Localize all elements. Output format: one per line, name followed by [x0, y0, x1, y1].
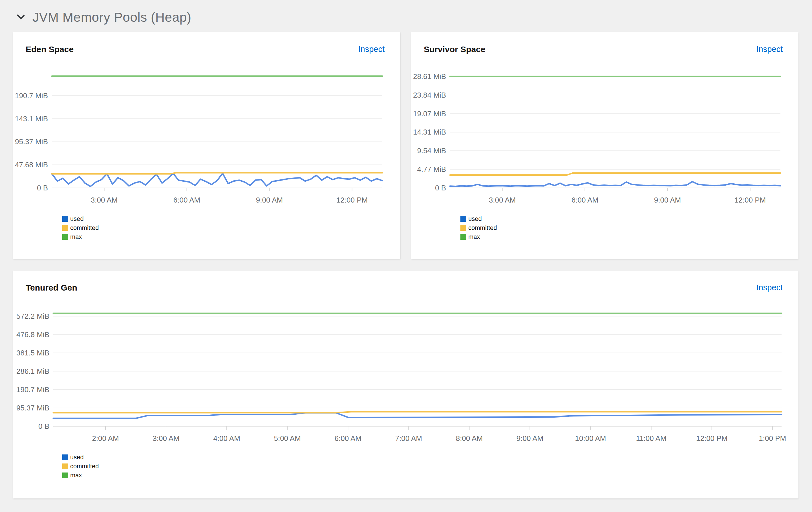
legend-item-used: used — [460, 215, 783, 223]
svg-text:0 B: 0 B — [38, 422, 49, 430]
committed-swatch-icon — [460, 225, 466, 231]
chart-legend: used committed max — [62, 215, 384, 241]
svg-text:9:00 AM: 9:00 AM — [256, 196, 283, 204]
svg-text:10:00 AM: 10:00 AM — [575, 434, 606, 443]
panel-header: Survivor Space Inspect — [424, 45, 783, 56]
legend-item-committed: committed — [460, 223, 783, 232]
chart-legend: used committed max — [62, 453, 783, 480]
svg-text:28.61 MiB: 28.61 MiB — [413, 72, 446, 81]
svg-text:6:00 AM: 6:00 AM — [335, 434, 361, 443]
max-swatch-icon — [62, 473, 68, 478]
panels-row-bottom: Tenured Gen Inspect 0 B95.37 MiB190.7 Mi… — [13, 271, 799, 499]
max-swatch-icon — [62, 234, 68, 240]
legend-label: max — [468, 233, 480, 240]
svg-text:4.77 MiB: 4.77 MiB — [417, 165, 446, 173]
tenured-gen-panel: Tenured Gen Inspect 0 B95.37 MiB190.7 Mi… — [13, 271, 799, 499]
panels-row-top: Eden Space Inspect 0 B47.68 MiB95.37 MiB… — [13, 32, 799, 259]
svg-text:3:00 AM: 3:00 AM — [91, 196, 118, 204]
legend-item-max: max — [62, 232, 384, 241]
legend-item-committed: committed — [62, 223, 384, 232]
svg-text:23.84 MiB: 23.84 MiB — [413, 91, 446, 99]
svg-text:5:00 AM: 5:00 AM — [274, 434, 300, 443]
legend-label: committed — [70, 463, 99, 470]
svg-text:0 B: 0 B — [37, 183, 48, 192]
svg-text:95.37 MiB: 95.37 MiB — [16, 404, 49, 412]
svg-text:476.8 MiB: 476.8 MiB — [16, 330, 49, 339]
inspect-link[interactable]: Inspect — [756, 283, 783, 292]
eden-chart: 0 B47.68 MiB95.37 MiB143.1 MiB190.7 MiB3… — [26, 72, 384, 213]
svg-text:2:00 AM: 2:00 AM — [92, 434, 119, 443]
used-swatch-icon — [62, 216, 68, 222]
svg-text:47.68 MiB: 47.68 MiB — [15, 161, 48, 169]
svg-text:3:00 AM: 3:00 AM — [152, 434, 179, 443]
panel-title: Survivor Space — [424, 45, 485, 54]
eden-space-panel: Eden Space Inspect 0 B47.68 MiB95.37 MiB… — [13, 32, 400, 259]
legend-label: used — [70, 454, 84, 461]
svg-text:95.37 MiB: 95.37 MiB — [15, 137, 48, 146]
legend-label: max — [70, 233, 82, 240]
used-swatch-icon — [460, 216, 466, 222]
survivor-chart: 0 B4.77 MiB9.54 MiB14.31 MiB19.07 MiB23.… — [424, 72, 783, 213]
legend-item-committed: committed — [62, 462, 783, 471]
inspect-link[interactable]: Inspect — [358, 45, 385, 54]
max-swatch-icon — [460, 234, 466, 240]
section-title: JVM Memory Pools (Heap) — [32, 9, 192, 25]
svg-text:19.07 MiB: 19.07 MiB — [413, 110, 446, 118]
svg-text:4:00 AM: 4:00 AM — [213, 434, 240, 443]
legend-label: used — [468, 215, 482, 223]
svg-text:6:00 AM: 6:00 AM — [572, 196, 598, 204]
svg-text:381.5 MiB: 381.5 MiB — [16, 349, 49, 357]
svg-text:8:00 AM: 8:00 AM — [456, 434, 483, 443]
legend-item-used: used — [62, 453, 783, 462]
svg-text:0 B: 0 B — [435, 183, 446, 192]
legend-item-used: used — [62, 215, 384, 223]
survivor-space-panel: Survivor Space Inspect 0 B4.77 MiB9.54 M… — [411, 32, 799, 259]
tenured-chart-area: 0 B95.37 MiB190.7 MiB286.1 MiB381.5 MiB4… — [26, 310, 783, 451]
dashboard-page: JVM Memory Pools (Heap) Eden Space Inspe… — [0, 0, 812, 499]
section-collapse-toggle[interactable] — [17, 14, 25, 21]
svg-text:286.1 MiB: 286.1 MiB — [16, 367, 49, 375]
legend-item-max: max — [460, 232, 783, 241]
svg-text:7:00 AM: 7:00 AM — [395, 434, 422, 443]
legend-label: committed — [70, 224, 99, 232]
legend-item-max: max — [62, 471, 783, 480]
panel-title: Eden Space — [26, 45, 74, 54]
svg-text:3:00 AM: 3:00 AM — [489, 196, 516, 204]
svg-text:1:00 PM: 1:00 PM — [759, 434, 786, 443]
committed-swatch-icon — [62, 225, 68, 231]
chevron-down-icon — [17, 14, 25, 20]
committed-swatch-icon — [62, 463, 68, 469]
panel-header: Tenured Gen Inspect — [26, 283, 783, 294]
legend-label: max — [70, 472, 82, 479]
inspect-link[interactable]: Inspect — [756, 45, 783, 54]
eden-chart-area: 0 B47.68 MiB95.37 MiB143.1 MiB190.7 MiB3… — [26, 72, 384, 213]
tenured-chart: 0 B95.37 MiB190.7 MiB286.1 MiB381.5 MiB4… — [26, 310, 783, 451]
svg-text:572.2 MiB: 572.2 MiB — [16, 312, 49, 320]
svg-text:12:00 PM: 12:00 PM — [696, 434, 727, 443]
svg-text:9.54 MiB: 9.54 MiB — [417, 146, 446, 155]
svg-text:6:00 AM: 6:00 AM — [173, 196, 200, 204]
svg-text:190.7 MiB: 190.7 MiB — [15, 91, 48, 100]
panel-header: Eden Space Inspect — [26, 45, 384, 56]
svg-text:14.31 MiB: 14.31 MiB — [413, 128, 446, 136]
legend-label: used — [70, 215, 84, 223]
svg-text:9:00 AM: 9:00 AM — [654, 196, 681, 204]
svg-text:12:00 PM: 12:00 PM — [734, 196, 766, 204]
svg-text:12:00 PM: 12:00 PM — [336, 196, 368, 204]
used-swatch-icon — [62, 454, 68, 460]
panel-title: Tenured Gen — [26, 283, 77, 292]
legend-label: committed — [468, 224, 497, 232]
chart-legend: used committed max — [460, 215, 783, 241]
svg-text:11:00 AM: 11:00 AM — [636, 434, 667, 443]
svg-text:190.7 MiB: 190.7 MiB — [16, 385, 49, 394]
survivor-chart-area: 0 B4.77 MiB9.54 MiB14.31 MiB19.07 MiB23.… — [424, 72, 783, 213]
section-header: JVM Memory Pools (Heap) — [13, 0, 799, 25]
svg-text:9:00 AM: 9:00 AM — [517, 434, 543, 443]
svg-text:143.1 MiB: 143.1 MiB — [15, 115, 48, 123]
